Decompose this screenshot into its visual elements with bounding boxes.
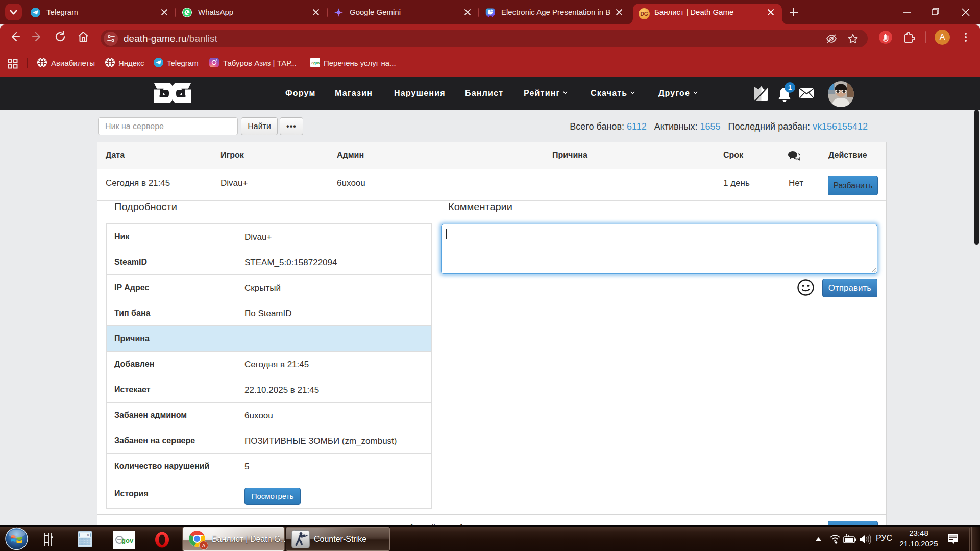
svg-text:gov: gov [121, 537, 134, 544]
svg-text:gov: gov [313, 61, 320, 65]
svg-text:A: A [202, 543, 205, 548]
svg-text:DG: DG [640, 11, 648, 17]
